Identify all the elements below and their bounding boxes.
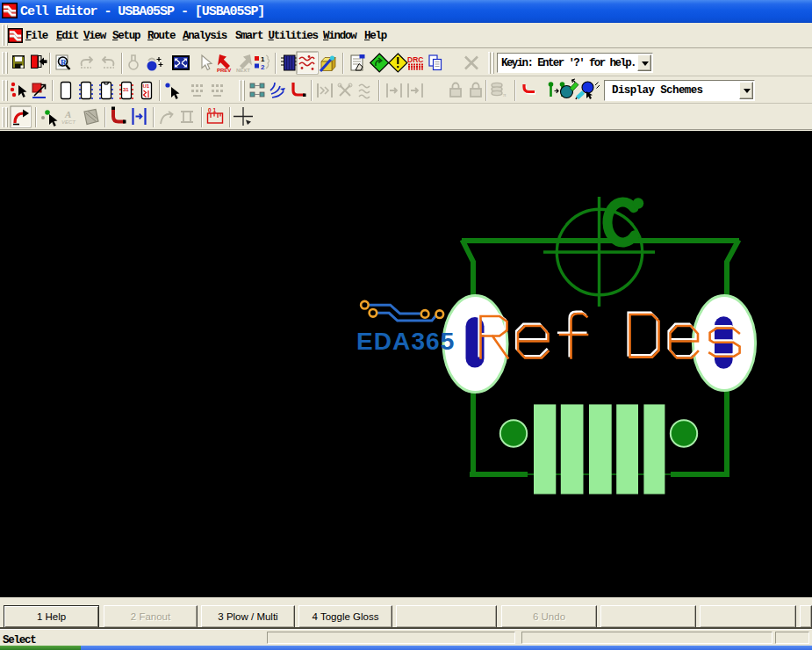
svg-text:A: A bbox=[64, 109, 71, 119]
svg-text:0 1: 0 1 bbox=[208, 107, 216, 113]
svg-text:R: R bbox=[61, 58, 67, 67]
svg-text:PREV: PREV bbox=[217, 68, 231, 73]
svg-text:U1: U1 bbox=[143, 83, 150, 89]
svg-text:π: π bbox=[503, 91, 507, 98]
svg-text:NEXT: NEXT bbox=[236, 68, 250, 73]
svg-text:DRC: DRC bbox=[407, 55, 423, 64]
svg-text:1: 1 bbox=[261, 55, 265, 63]
svg-text:VECT: VECT bbox=[61, 119, 76, 125]
svg-text:EDA365: EDA365 bbox=[356, 328, 455, 355]
svg-text:2: 2 bbox=[261, 63, 265, 71]
svg-text:31: 31 bbox=[123, 87, 129, 92]
